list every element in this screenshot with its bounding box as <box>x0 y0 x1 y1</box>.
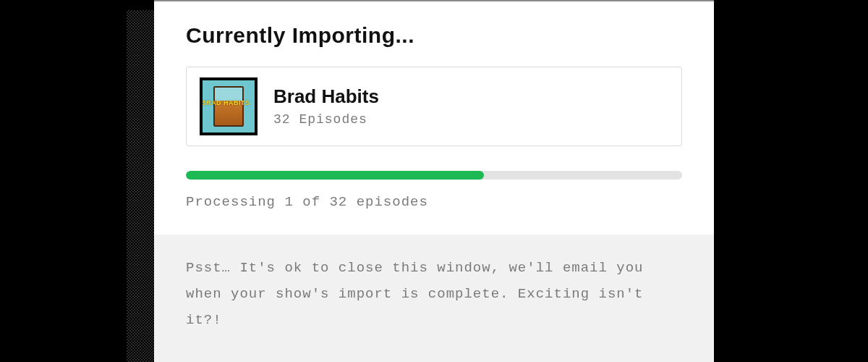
show-meta: Brad Habits 32 Episodes <box>273 85 379 127</box>
artwork-overlay-text: BRAD HABITS <box>201 99 250 106</box>
dialog-heading: Currently Importing... <box>186 23 682 48</box>
progress-status-text: Processing 1 of 32 episodes <box>186 194 682 210</box>
app-background: Currently Importing... BRAD HABITS Brad … <box>0 0 868 362</box>
show-card: BRAD HABITS Brad Habits 32 Episodes <box>186 67 682 146</box>
show-title: Brad Habits <box>273 85 379 108</box>
dialog-body: Currently Importing... BRAD HABITS Brad … <box>154 1 714 362</box>
show-artwork: BRAD HABITS <box>200 77 258 135</box>
progress-bar-fill <box>186 171 484 180</box>
progress-bar <box>186 171 682 180</box>
backdrop-texture-left <box>127 10 154 362</box>
show-episode-count: 32 Episodes <box>273 112 379 127</box>
footer-hint: Psst… It's ok to close this window, we'l… <box>154 235 714 362</box>
import-dialog: Currently Importing... BRAD HABITS Brad … <box>154 0 714 362</box>
